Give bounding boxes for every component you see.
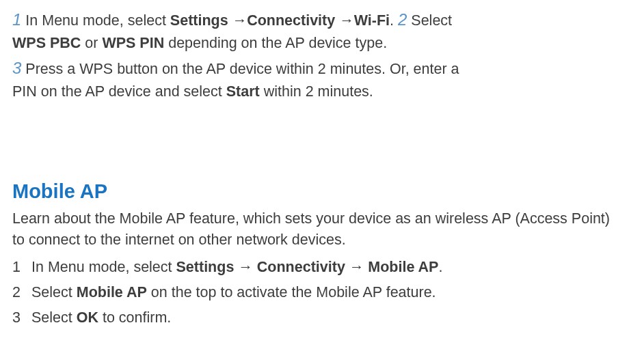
start-label: Start xyxy=(226,83,260,100)
ok-label: OK xyxy=(77,309,98,326)
step-number-3: 3 xyxy=(12,59,21,77)
text: Select xyxy=(407,12,452,29)
wps-pbc-label: WPS PBC xyxy=(12,35,81,51)
text: to confirm. xyxy=(98,309,171,326)
text: Select xyxy=(31,284,77,300)
text: In Menu mode, select xyxy=(21,12,170,29)
step-number: 2 xyxy=(12,282,31,303)
arrow: → xyxy=(335,12,353,29)
settings-label: Settings xyxy=(170,12,228,29)
text: or xyxy=(81,35,102,51)
text: . xyxy=(438,259,442,275)
step-number-2: 2 xyxy=(398,10,407,29)
top-instruction-block: 1 In Menu mode, select Settings →Connect… xyxy=(12,7,464,103)
settings-label: Settings xyxy=(176,259,235,275)
wifi-label: Wi-Fi xyxy=(354,12,390,29)
section-heading-mobile-ap: Mobile AP xyxy=(12,180,617,203)
list-item: 1 In Menu mode, select Settings → Connec… xyxy=(12,257,617,278)
text: depending on the AP device type. xyxy=(164,35,387,51)
connectivity-label: Connectivity xyxy=(247,12,335,29)
step-number: 1 xyxy=(12,257,31,278)
step-number-1: 1 xyxy=(12,10,21,29)
text: within 2 minutes. xyxy=(260,83,373,100)
text: Select xyxy=(31,309,77,326)
steps-list: 1 In Menu mode, select Settings → Connec… xyxy=(12,257,617,329)
text: In Menu mode, select xyxy=(31,259,176,275)
list-item: 2 Select Mobile AP on the top to activat… xyxy=(12,282,617,303)
list-item: 3 Select OK to confirm. xyxy=(12,307,617,328)
text: on the top to activate the Mobile AP fea… xyxy=(147,284,436,300)
mobile-ap-label: Mobile AP xyxy=(368,259,438,275)
arrow: → xyxy=(234,259,256,275)
mobile-ap-label: Mobile AP xyxy=(77,284,147,300)
wps-pin-label: WPS PIN xyxy=(102,35,164,51)
text: . xyxy=(390,12,398,29)
arrow: → xyxy=(228,12,247,29)
intro-paragraph: Learn about the Mobile AP feature, which… xyxy=(12,208,617,251)
step-number: 3 xyxy=(12,307,31,328)
arrow: → xyxy=(345,259,368,275)
connectivity-label: Connectivity xyxy=(257,259,345,275)
